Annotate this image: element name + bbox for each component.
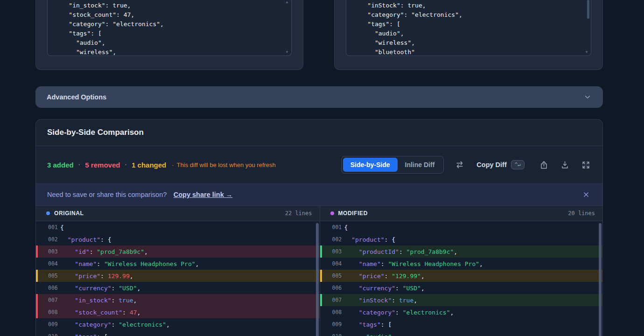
diff-row: 004 "name": "Wireless Headphones Pro", [320, 258, 603, 270]
modified-pane-scrollbar[interactable] [599, 223, 602, 336]
removed-count: 5 removed [85, 161, 120, 169]
json-diff-app: "in_stock": true, "stock_count": 47, "ca… [0, 0, 644, 336]
original-pane-dot [46, 211, 50, 215]
diff-row: 006 "currency": "USD", [36, 282, 320, 294]
line-number: 006 [320, 285, 344, 291]
diff-row: 002 "product": { [36, 233, 320, 245]
fullscreen-button[interactable] [581, 161, 590, 169]
original-json-text[interactable]: "in_stock": true, "stock_count": 47, "ca… [48, 0, 291, 56]
line-number: 007 [36, 297, 60, 303]
modified-diff-pane: 001{002 "product": {003 "productId": "pr… [320, 221, 603, 336]
diff-row: 006 "currency": "USD", [320, 282, 603, 294]
code-line: "category": "electronics", [344, 309, 454, 316]
line-number: 001 [36, 224, 60, 231]
line-number: 002 [36, 236, 60, 243]
diff-row: 009 "category": "electronics", [36, 318, 320, 330]
diff-row: 001{ [36, 221, 320, 233]
line-number: 009 [36, 321, 60, 328]
swap-sides-button[interactable] [455, 160, 464, 169]
line-number: 004 [320, 260, 344, 267]
code-line: "product": { [344, 236, 396, 243]
changed-count: 1 changed [132, 161, 166, 169]
download-button[interactable] [560, 161, 569, 169]
original-pane-scrollbar[interactable] [316, 223, 319, 336]
scroll-up-icon[interactable]: ▲ [285, 0, 289, 4]
chevron-down-icon [583, 93, 592, 101]
view-mode-toggle: Side-by-Side Inline Diff [341, 156, 444, 174]
code-line: "tags": [ [60, 333, 108, 336]
diff-row: 007 "in_stock": true, [36, 294, 320, 306]
modified-json-input[interactable]: "inStock": true, "category": "electronic… [346, 0, 591, 56]
diff-rows-modified: 001{002 "product": {003 "productId": "pr… [320, 221, 603, 336]
modified-pane-dot [330, 211, 334, 215]
stat-separator: · [172, 161, 174, 168]
advanced-options-label: Advanced Options [47, 93, 106, 101]
modified-pane-label: MODIFIED [338, 210, 368, 217]
share-banner: Need to save or share this comparison? C… [36, 183, 602, 206]
line-number: 010 [36, 333, 60, 336]
line-number: 001 [320, 224, 344, 231]
editor-scrollbar-thumb[interactable] [587, 0, 589, 19]
swap-arrows-icon [455, 160, 464, 169]
original-line-count: 22 lines [285, 210, 312, 217]
code-line: "id": "prod_7a8b9c", [60, 248, 148, 255]
scroll-down-icon[interactable]: ▼ [285, 50, 289, 54]
modified-line-count: 20 lines [568, 210, 595, 217]
code-line: "name": "Wireless Headphones Pro", [344, 260, 483, 267]
share-banner-text: Need to save or share this comparison? C… [47, 190, 232, 199]
expand-icon [581, 161, 590, 169]
line-number: 008 [320, 309, 344, 315]
original-json-input[interactable]: "in_stock": true, "stock_count": 47, "ca… [47, 0, 292, 56]
pane-headers: ORIGINAL 22 lines MODIFIED 20 lines [36, 206, 602, 221]
line-number: 010 [320, 333, 344, 336]
modified-json-card: "inStock": true, "category": "electronic… [334, 0, 603, 70]
copy-diff-button[interactable]: Copy Diff ^↵ [476, 160, 525, 169]
code-line: { [60, 224, 64, 231]
advanced-options-bar[interactable]: Advanced Options [35, 86, 603, 108]
code-line: "tags": [ [344, 321, 392, 328]
diff-row: 007 "inStock": true, [320, 294, 603, 306]
line-number: 004 [36, 260, 60, 267]
inline-diff-toggle[interactable]: Inline Diff [398, 158, 442, 172]
line-number: 006 [36, 285, 60, 291]
code-line: "stock_count": 47, [60, 309, 140, 316]
comparison-title: Side-by-Side Comparison [47, 128, 144, 137]
copy-diff-shortcut: ^↵ [511, 160, 525, 169]
code-line: "category": "electronics", [60, 321, 170, 328]
comparison-toolbar: 3 added · 5 removed · 1 changed ·This di… [36, 146, 602, 183]
added-count: 3 added [47, 161, 74, 169]
original-json-card: "in_stock": true, "stock_count": 47, "ca… [35, 0, 303, 70]
diff-row: 008 "category": "electronics", [320, 306, 603, 318]
copy-share-link[interactable]: Copy share link → [174, 191, 233, 198]
line-number: 005 [36, 273, 60, 279]
code-line: { [344, 224, 348, 231]
code-line: "inStock": true, [344, 297, 418, 304]
stat-separator: · [125, 161, 127, 168]
diff-area: 001{002 "product": {003 "id": "prod_7a8b… [36, 221, 602, 336]
diff-row: 003 "productId": "prod_7a8b9c", [320, 245, 603, 258]
banner-close-button[interactable] [583, 191, 589, 198]
diff-rows-original: 001{002 "product": {003 "id": "prod_7a8b… [36, 221, 320, 336]
code-line: "audio", [344, 333, 396, 336]
code-line: "price": 129.99, [60, 273, 133, 280]
code-line: "currency": "USD", [344, 285, 425, 292]
stat-separator: · [78, 161, 81, 168]
comparison-header: Side-by-Side Comparison [36, 119, 602, 146]
diff-row: 001{ [320, 221, 603, 233]
diff-row: 002 "product": { [320, 233, 603, 245]
modified-json-text[interactable]: "inStock": true, "category": "electronic… [346, 0, 591, 56]
download-icon [560, 161, 569, 169]
side-by-side-toggle[interactable]: Side-by-Side [343, 158, 398, 172]
diff-row: 008 "stock_count": 47, [36, 306, 320, 318]
line-number: 007 [320, 297, 344, 303]
original-pane-label: ORIGINAL [54, 210, 84, 217]
diff-refresh-note: ·This diff will be lost when you refresh [172, 161, 276, 168]
share-button[interactable] [539, 161, 548, 169]
close-icon [583, 191, 589, 198]
code-line: "price": "129.99", [344, 273, 425, 280]
scroll-down-icon[interactable]: ▼ [585, 50, 588, 54]
diff-row: 010 "tags": [ [36, 330, 320, 336]
share-icon [539, 161, 548, 169]
line-number: 009 [320, 321, 344, 328]
line-number: 002 [320, 236, 344, 243]
